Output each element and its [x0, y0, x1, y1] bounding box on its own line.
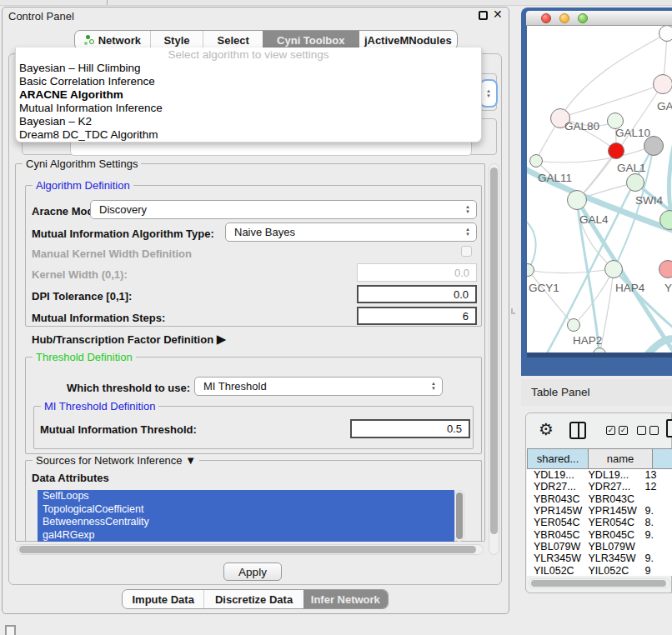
table-cell: YPR145W	[527, 505, 584, 517]
mi-threshold-group-title: MI Threshold Definition	[41, 400, 158, 412]
mi-type-select[interactable]: Naive Bayes ▲▼	[225, 222, 477, 242]
control-panel-title: Control Panel	[8, 10, 74, 22]
close-icon[interactable]: ✕	[493, 8, 503, 21]
mi-steps-input[interactable]: 6	[357, 307, 477, 325]
stepper-arrows-icon: ▲▼	[465, 205, 470, 214]
aracne-mode-select[interactable]: Discovery ▲▼	[90, 200, 477, 219]
hub-definition-expander[interactable]: Hub/Transcription Factor Definition ▶	[32, 332, 226, 347]
network-node[interactable]	[659, 26, 672, 42]
attribute-list-item[interactable]: SelfLoops	[38, 490, 454, 503]
bottom-tab-discretize-data[interactable]: Discretize Data	[203, 590, 303, 608]
dpi-tolerance-input[interactable]: 0.0	[357, 285, 477, 303]
table-column-header[interactable]: shared...	[527, 448, 589, 469]
algorithm-dropdown-popup: Select algorithm to view settings Bayesi…	[15, 48, 482, 142]
dropdown-item[interactable]: Bayesian – K2	[16, 115, 481, 128]
kernel-width-input[interactable]: 0.0	[357, 263, 477, 282]
network-node[interactable]	[626, 173, 644, 192]
dropdown-item[interactable]: Basic Correlation Inference	[16, 75, 481, 88]
table-cell: YPR145W	[584, 505, 642, 517]
node-label: GAL1	[617, 162, 646, 174]
which-threshold-select[interactable]: MI Threshold ▲▼	[194, 377, 443, 396]
tab-style[interactable]: Style	[150, 31, 203, 49]
network-canvas[interactable]: GALGAL80GAL10GAL11GAL1SWI4GAL4GCY1HAP4YH…	[527, 26, 672, 352]
network-edges	[527, 26, 672, 352]
table-panel-title: Table Panel	[531, 386, 590, 398]
gear-icon[interactable]: ⚙	[539, 419, 554, 439]
dropdown-item[interactable]: Mutual Information Inference	[16, 102, 481, 115]
table-row[interactable]: YDL19...YDL19...13	[527, 469, 672, 481]
dropdown-item[interactable]: ARACNE Algorithm	[16, 88, 481, 102]
aracne-mode-value: Discovery	[99, 203, 147, 216]
scrollbar-thumb[interactable]	[490, 168, 498, 534]
apply-button[interactable]: Apply	[223, 562, 282, 581]
scrollbar-thumb[interactable]	[456, 492, 463, 539]
table-cell: YIL052C	[584, 565, 642, 576]
cyni-settings-group-title: Cyni Algorithm Settings	[23, 158, 141, 170]
columns-icon[interactable]	[569, 422, 586, 439]
settings-vertical-scrollbar[interactable]	[489, 163, 499, 555]
attributes-list-scrollbar[interactable]	[454, 490, 464, 542]
document-icon[interactable]	[666, 419, 672, 438]
minimized-panel-icon[interactable]	[5, 625, 16, 635]
table-body: YDL19...YDL19...13YDR27...YDR27...12YBR0…	[527, 469, 672, 576]
window-zoom-button[interactable]	[578, 13, 588, 23]
table-column-header[interactable]: name	[589, 448, 653, 469]
tab-jactivemnodules[interactable]: jActiveMNodules	[359, 31, 457, 49]
table-row[interactable]: YBL079WYBL079W	[527, 541, 672, 552]
table-row[interactable]: YPR145WYPR145W9.	[527, 505, 672, 517]
dropdown-item[interactable]: Dream8 DC_TDC Algorithm	[16, 128, 481, 142]
attribute-list-item[interactable]: TopologicalCoefficient	[38, 503, 454, 517]
network-node[interactable]	[653, 74, 672, 94]
tab-network[interactable]: Network	[75, 31, 150, 49]
bottom-tab-infer-network[interactable]: Infer Network	[303, 590, 388, 608]
data-attributes-list[interactable]: SelfLoopsTopologicalCoefficientBetweenne…	[38, 490, 454, 542]
tab-label: Infer Network	[311, 593, 380, 606]
panel-splitter-handle[interactable]	[511, 308, 515, 314]
network-node[interactable]	[659, 260, 672, 278]
dropdown-placeholder: Select algorithm to view settings	[16, 48, 481, 62]
manual-kernel-checkbox[interactable]	[461, 246, 472, 257]
maximize-icon[interactable]	[479, 11, 488, 20]
tab-select[interactable]: Select	[203, 31, 263, 49]
screen: Control Panel ✕ NetworkStyleSelectCyni T…	[0, 0, 672, 635]
table-cell: YDR27...	[584, 481, 642, 492]
network-node[interactable]	[529, 154, 543, 168]
top-strip-divider	[107, 0, 108, 5]
combo-stepper-focused[interactable]: ▲▼	[481, 81, 496, 106]
scrollbar-thumb[interactable]	[19, 546, 476, 553]
network-node[interactable]	[604, 260, 623, 278]
collapse-down-icon: ▼	[185, 454, 196, 467]
table-cell: YBR045C	[527, 529, 584, 541]
table-header: shared...name	[527, 448, 672, 469]
tab-label: Discretize Data	[215, 593, 293, 606]
table-cell: YDL19...	[527, 469, 584, 481]
table-row[interactable]: YBR043CYBR043C	[527, 493, 672, 505]
scrollbar-thumb[interactable]	[531, 580, 666, 587]
table-cell: 12	[642, 481, 672, 492]
table-row[interactable]: YER054CYER054C8.	[527, 517, 672, 528]
node-label: GAL	[657, 100, 672, 112]
network-node[interactable]	[567, 190, 587, 210]
bottom-tab-impute-data[interactable]: Impute Data	[123, 590, 203, 608]
mi-threshold-input[interactable]: 0.5	[350, 419, 470, 438]
network-icon	[84, 35, 94, 45]
table-row[interactable]: YBR045CYBR045C9.	[527, 528, 672, 540]
node-label: SWI4	[635, 194, 663, 207]
dropdown-item[interactable]: Bayesian – Hill Climbing	[16, 62, 481, 75]
attribute-list-item[interactable]: gal4RGexp	[38, 529, 454, 542]
tab-cyni-toolbox[interactable]: Cyni Toolbox	[263, 31, 359, 49]
table-row[interactable]: YDR27...YDR27...12	[527, 481, 672, 492]
deselect-all-checkboxes-icon[interactable]	[637, 426, 659, 435]
network-node[interactable]	[567, 318, 580, 332]
table-row[interactable]: YLR345WYLR345W9.	[527, 552, 672, 564]
attribute-list-item[interactable]: BetweennessCentrality	[38, 516, 454, 529]
table-cell: YBR045C	[584, 529, 642, 541]
select-all-checkboxes-icon[interactable]: ✓✓	[606, 426, 628, 435]
window-minimize-button[interactable]	[559, 13, 569, 23]
table-row[interactable]: YIL052CYIL052C9	[527, 564, 672, 576]
table-column-header[interactable]	[653, 448, 672, 469]
table-horizontal-scrollbar[interactable]	[529, 578, 670, 588]
window-close-button[interactable]	[541, 13, 551, 23]
settings-horizontal-scrollbar[interactable]	[17, 544, 484, 555]
network-node[interactable]	[608, 142, 624, 159]
